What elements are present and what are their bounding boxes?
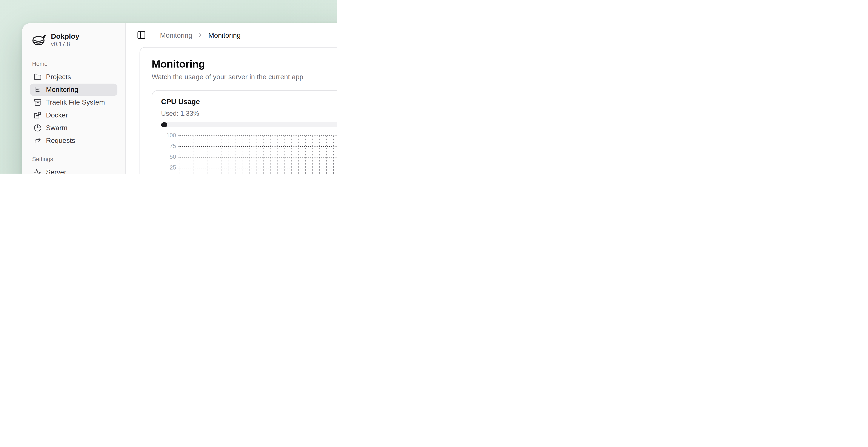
topbar-divider [153,31,153,39]
breadcrumb-current: Monitoring [208,31,241,39]
cpu-progress-fill [161,122,167,127]
page-subtitle: Watch the usage of your server in the cu… [152,73,337,81]
cpu-usage-card: CPU Usage Used: 1.33% 0255075100 usage [152,90,337,174]
svg-text:100: 100 [166,133,176,138]
app-version: v0.17.8 [51,40,80,48]
sidebar-item-projects[interactable]: Projects [30,71,117,83]
folder-icon [34,73,41,81]
sidebar-item-label: Projects [46,73,71,81]
app-logo-row: Dokploy v0.17.8 [30,32,117,48]
chevron-right-icon [197,32,203,38]
forward-icon [34,137,41,145]
cpu-progress-bar [161,122,337,127]
blocks-icon [34,111,41,119]
charts-grid: CPU Usage Used: 1.33% 0255075100 usage M… [152,90,337,174]
topbar: Monitoring Monitoring [126,23,337,47]
sidebar-item-label: Requests [46,137,75,145]
sidebar-item-label: Swarm [46,124,67,132]
svg-text:50: 50 [169,154,176,160]
sidebar-item-docker[interactable]: Docker [30,109,117,121]
breadcrumb-parent[interactable]: Monitoring [160,31,192,39]
archive-icon [34,98,41,106]
app-name: Dokploy [51,32,80,40]
sidebar-item-swarm[interactable]: Swarm [30,122,117,134]
sidebar-nav: HomeProjectsMonitoringTraefik File Syste… [30,60,117,174]
activity-icon [34,168,41,174]
sidebar-item-traefik-file-system[interactable]: Traefik File System [30,96,117,109]
card-title: CPU Usage [161,97,337,106]
cpu-usage-chart: 0255075100 [161,133,337,174]
pie-chart-icon [34,124,41,132]
app-window: Dokploy v0.17.8 HomeProjectsMonitoringTr… [22,23,337,174]
card-subtitle: Used: 1.33% [161,110,337,117]
sidebar-item-label: Monitoring [46,86,78,94]
page-title: Monitoring [152,58,337,70]
sidebar: Dokploy v0.17.8 HomeProjectsMonitoringTr… [22,23,126,174]
sidebar-item-requests[interactable]: Requests [30,135,117,147]
sidebar-item-monitoring[interactable]: Monitoring [30,84,117,96]
app-identity: Dokploy v0.17.8 [51,32,80,48]
main-area: Monitoring Monitoring Monitoring Watch t… [126,23,337,174]
sidebar-item-label: Docker [46,111,68,119]
sidebar-item-label: Server [46,168,66,174]
desktop-background: Dokploy v0.17.8 HomeProjectsMonitoringTr… [0,0,337,174]
sidebar-section-label: Settings [32,155,117,162]
dokploy-whale-logo-icon [31,33,46,48]
sidebar-item-server[interactable]: Server [30,166,117,174]
sidebar-toggle-button[interactable] [137,31,146,40]
breadcrumb: Monitoring Monitoring [160,31,241,39]
sidebar-section-label: Home [32,60,117,67]
svg-text:75: 75 [169,143,176,149]
monitoring-icon [34,86,41,94]
monitoring-panel: Monitoring Watch the usage of your serve… [140,47,337,174]
sidebar-item-label: Traefik File System [46,98,105,106]
svg-text:25: 25 [169,165,176,171]
